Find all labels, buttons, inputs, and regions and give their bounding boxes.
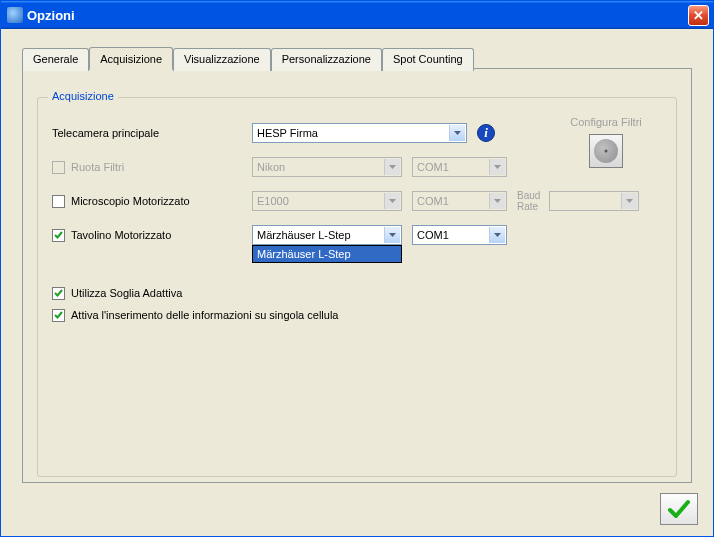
tab-spot-counting[interactable]: Spot Counting — [382, 48, 474, 71]
client-area: Generale Acquisizione Visualizzazione Pe… — [4, 29, 710, 533]
ruota-filtri-value: Nikon — [257, 161, 285, 173]
tab-personalizzazione[interactable]: Personalizzazione — [271, 48, 382, 71]
ruota-filtri-port: COM1 — [417, 161, 449, 173]
check-icon — [54, 311, 63, 320]
chevron-down-icon — [489, 159, 505, 175]
tavolino-port-combo[interactable]: COM1 — [412, 225, 507, 245]
checkmark-icon — [667, 497, 691, 521]
soglia-label: Utilizza Soglia Adattiva — [71, 287, 182, 299]
tavolino-port: COM1 — [417, 229, 449, 241]
tavolino-value: Märzhäuser L-Step — [257, 229, 351, 241]
tabstrip: Generale Acquisizione Visualizzazione Pe… — [22, 47, 474, 70]
microscopio-checkbox[interactable] — [52, 195, 65, 208]
tab-generale[interactable]: Generale — [22, 48, 89, 71]
chevron-down-icon — [489, 193, 505, 209]
microscopio-port: COM1 — [417, 195, 449, 207]
close-button[interactable]: ✕ — [688, 5, 709, 26]
baud-rate-label: Baud Rate — [517, 190, 545, 212]
inserimento-checkbox[interactable] — [52, 309, 65, 322]
microscopio-value: E1000 — [257, 195, 289, 207]
microscopio-label: Microscopio Motorizzato — [71, 195, 190, 207]
chevron-down-icon — [621, 193, 637, 209]
chevron-down-icon — [384, 227, 400, 243]
window-title: Opzioni — [27, 8, 688, 23]
ruota-filtri-checkbox — [52, 161, 65, 174]
app-icon — [7, 7, 23, 23]
options-window: Opzioni ✕ Generale Acquisizione Visualiz… — [0, 0, 714, 537]
baud-rate-combo — [549, 191, 639, 211]
ruota-filtri-label: Ruota Filtri — [71, 161, 124, 173]
soglia-checkbox[interactable] — [52, 287, 65, 300]
tab-acquisizione[interactable]: Acquisizione — [89, 47, 173, 70]
ruota-filtri-port-combo: COM1 — [412, 157, 507, 177]
ok-button[interactable] — [660, 493, 698, 525]
groupbox-legend: Acquisizione — [48, 90, 118, 102]
info-icon[interactable]: i — [477, 124, 495, 142]
microscopio-port-combo: COM1 — [412, 191, 507, 211]
groupbox-acquisizione: Acquisizione Configura Filtri Telecamera… — [37, 97, 677, 477]
telecamera-value: HESP Firma — [257, 127, 318, 139]
chevron-down-icon — [384, 193, 400, 209]
check-icon — [54, 289, 63, 298]
tavolino-option[interactable]: Märzhäuser L-Step — [253, 246, 401, 262]
tavolino-combo[interactable]: Märzhäuser L-Step — [252, 225, 402, 245]
ruota-filtri-combo: Nikon — [252, 157, 402, 177]
chevron-down-icon — [489, 227, 505, 243]
chevron-down-icon — [449, 125, 465, 141]
microscopio-combo: E1000 — [252, 191, 402, 211]
inserimento-label: Attiva l'inserimento delle informazioni … — [71, 309, 338, 321]
close-icon: ✕ — [693, 8, 704, 23]
chevron-down-icon — [384, 159, 400, 175]
tab-visualizzazione[interactable]: Visualizzazione — [173, 48, 271, 71]
check-icon — [54, 231, 63, 240]
tavolino-dropdown-list[interactable]: Märzhäuser L-Step — [252, 245, 402, 263]
tabpanel-acquisizione: Acquisizione Configura Filtri Telecamera… — [22, 68, 692, 483]
telecamera-label: Telecamera principale — [52, 127, 159, 139]
tavolino-checkbox[interactable] — [52, 229, 65, 242]
titlebar: Opzioni ✕ — [1, 1, 713, 29]
tavolino-label: Tavolino Motorizzato — [71, 229, 171, 241]
telecamera-combo[interactable]: HESP Firma — [252, 123, 467, 143]
